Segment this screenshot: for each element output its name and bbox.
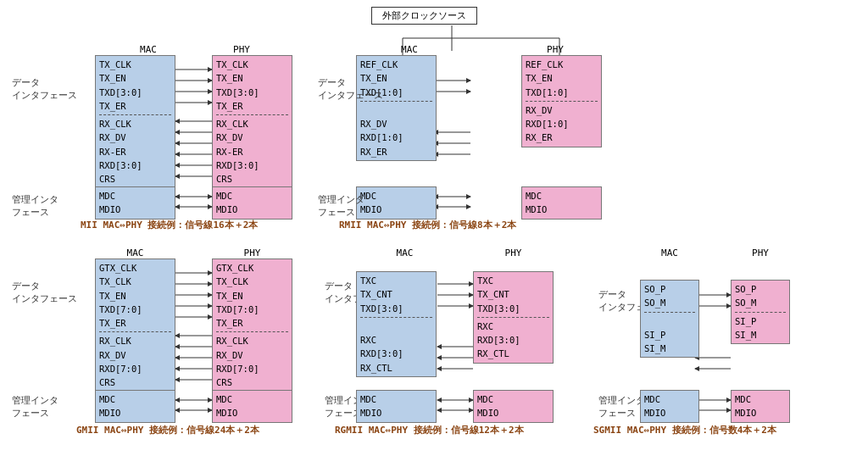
rmii-phy-mdio-block: MDCMDIO	[521, 186, 602, 220]
mii-data-label: データインタフェース	[12, 76, 77, 103]
gmii-mac-mdio: MDCMDIO	[95, 390, 175, 423]
rmii-mac-tx-block: REF_CLKTX_ENTXD[1:0] RX_DVRXD[1:0]RX_ER	[356, 55, 437, 161]
gmii-data-label: データインタフェース	[12, 280, 77, 306]
rgmii-phy-title: PHY	[473, 247, 554, 259]
sgmii-mac-block: SO_PSO_M SI_PSI_M	[640, 280, 699, 358]
mii-mac-tx-block: TX_CLKTX_ENTXD[3:0]TX_ER RX_CLKRX_DVRX-E…	[95, 55, 175, 203]
sgmii-phy-mdio: MDCMDIO	[731, 390, 790, 423]
mii-mac-mdio-block: MDCMDIO	[95, 186, 175, 220]
rmii-mac-title: MAC	[380, 44, 439, 55]
rmii-mgmt-label: 管理インタフェース	[318, 193, 364, 220]
gmii-mac-title: MAC	[95, 247, 175, 259]
gmii-phy-title: PHY	[212, 247, 292, 259]
rmii-phy-title: PHY	[526, 44, 585, 55]
rgmii-caption: RGMII MAC⇔PHY 接続例：信号線12本＋2本	[335, 424, 524, 436]
sgmii-mac-mdio: MDCMDIO	[640, 390, 699, 423]
gmii-caption: GMII MAC⇔PHY 接続例：信号線24本＋2本	[76, 424, 259, 436]
rmii-phy-tx-block: REF_CLKTX_ENTXD[1:0] RX_DVRXD[1:0]RX_ER	[521, 55, 602, 147]
gmii-phy-mdio: MDCMDIO	[212, 390, 292, 423]
sgmii-phy-block: SO_PSO_M SI_PSI_M	[731, 280, 790, 344]
rmii-caption: RMII MAC⇔PHY 接続例：信号線8本＋2本	[339, 219, 516, 231]
gmii-mac-block: GTX_CLKTX_CLKTX_ENTXD[7:0]TX_ER RX_CLKRX…	[95, 259, 175, 406]
gmii-mgmt-label: 管理インタフェース	[12, 394, 58, 420]
sgmii-phy-title: PHY	[731, 247, 790, 259]
mii-phy-mdio-block: MDCMDIO	[212, 186, 292, 220]
sgmii-caption: SGMII MAC⇔PHY 接続例：信号数4本＋2本	[593, 424, 776, 436]
mii-caption: MII MAC⇔PHY 接続例：信号線16本＋2本	[81, 219, 258, 231]
mii-phy-title: PHY	[212, 44, 271, 55]
rmii-mac-mdio-block: MDCMDIO	[356, 186, 437, 220]
gmii-phy-block: GTX_CLKTX_CLKTX_ENTXD[7:0]TX_ER RX_CLKRX…	[212, 259, 292, 406]
mii-phy-tx-block: TX_CLKTX_ENTXD[3:0]TX_ER RX_CLKRX_DVRX-E…	[212, 55, 292, 203]
sgmii-mgmt-label: 管理インタフェース	[598, 394, 645, 420]
rgmii-mac-block: TXCTX_CNTTXD[3:0] RXCRXD[3:0]RX_CTL	[356, 271, 437, 377]
sgmii-mac-title: MAC	[640, 247, 699, 259]
rgmii-phy-block: TXCTX_CNTTXD[3:0] RXCRXD[3:0]RX_CTL	[473, 271, 554, 364]
mii-mgmt-label: 管理インタフェース	[12, 193, 58, 220]
rgmii-mac-title: MAC	[364, 247, 445, 259]
rgmii-phy-mdio: MDCMDIO	[473, 390, 554, 423]
mii-mac-title: MAC	[119, 44, 178, 55]
rmii-data-label: データインタフェース	[318, 76, 383, 103]
ext-clock-label: 外部クロックソース	[371, 7, 477, 25]
rgmii-mac-mdio: MDCMDIO	[356, 390, 437, 423]
